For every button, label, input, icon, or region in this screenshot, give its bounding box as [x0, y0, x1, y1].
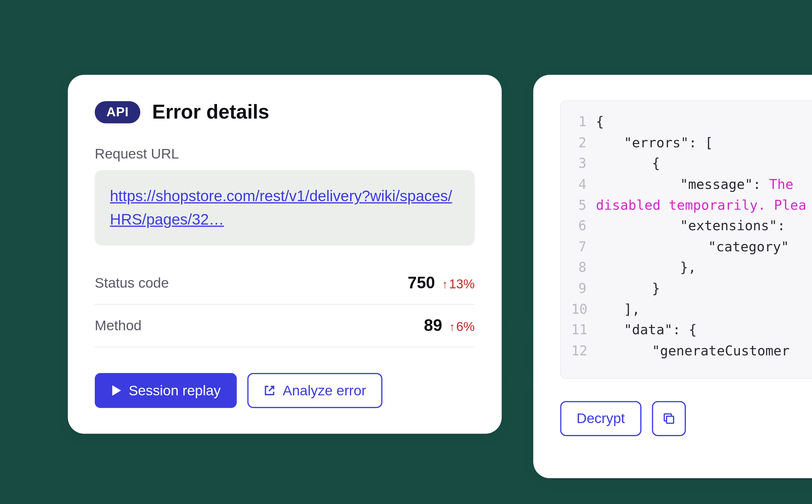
code-text: ],: [596, 299, 640, 320]
code-text: "extensions": [680, 218, 777, 234]
request-url-value[interactable]: https://shopstore.com/rest/v1/delivery?w…: [110, 187, 452, 228]
status-code-delta-value: 13%: [449, 276, 475, 291]
method-delta: ↑ 6%: [449, 319, 475, 334]
code-text: "data": [624, 322, 673, 338]
code-text: "generateCustomer: [652, 343, 790, 358]
code-text: "errors": [624, 135, 689, 150]
line-number: 3: [571, 153, 596, 174]
code-text: "message": [680, 176, 753, 192]
status-code-label: Status code: [95, 274, 169, 291]
code-text: {: [596, 153, 660, 174]
status-code-value: 750: [408, 273, 435, 292]
line-number: 11: [571, 320, 596, 341]
line-number: 5: [571, 195, 596, 216]
code-text: Plea: [766, 197, 806, 212]
line-number: 7: [571, 237, 596, 258]
card-title: Error details: [152, 100, 270, 123]
analyze-error-button[interactable]: Analyze error: [247, 373, 382, 408]
api-badge: API: [95, 101, 140, 123]
line-number: 12: [571, 341, 596, 362]
code-text: {: [596, 112, 604, 132]
code-text: The: [769, 176, 794, 192]
card-notch: [507, 314, 533, 340]
card-header: API Error details: [95, 100, 475, 123]
json-actions: Decrypt: [560, 401, 812, 436]
decrypt-button[interactable]: Decrypt: [560, 401, 641, 436]
request-url-label: Request URL: [95, 146, 475, 162]
arrow-up-icon: ↑: [442, 278, 448, 290]
analyze-error-label: Analyze error: [283, 382, 366, 399]
open-external-icon: [264, 384, 276, 396]
card-notch: [507, 368, 533, 394]
line-number: 2: [571, 132, 596, 153]
copy-icon: [662, 412, 675, 425]
status-code-row: Status code 750 ↑ 13%: [95, 262, 475, 304]
error-actions: Session replay Analyze error: [95, 373, 475, 408]
line-number: 1: [571, 112, 596, 132]
svg-rect-0: [666, 416, 673, 423]
code-text: : {: [673, 322, 697, 338]
status-code-delta: ↑ 13%: [442, 276, 475, 291]
line-number: 6: [571, 216, 596, 236]
code-text: :: [777, 218, 786, 234]
method-label: Method: [95, 317, 142, 334]
json-response-card: 1{ 2"errors": [ 3{ 4"message": The 5disa…: [533, 75, 812, 478]
copy-button[interactable]: [652, 401, 686, 436]
line-number: 9: [571, 278, 596, 299]
arrow-up-icon: ↑: [449, 321, 455, 332]
code-text: },: [596, 258, 696, 278]
line-number: 8: [571, 258, 596, 278]
method-row: Method 89 ↑ 6%: [95, 304, 475, 347]
line-number: 10: [571, 299, 596, 320]
session-replay-button[interactable]: Session replay: [95, 373, 237, 408]
decrypt-label: Decrypt: [576, 411, 625, 427]
request-url-box[interactable]: https://shopstore.com/rest/v1/delivery?w…: [95, 170, 475, 245]
line-number: 4: [571, 174, 596, 195]
method-value: 89: [424, 316, 442, 335]
code-text: : [: [689, 135, 713, 150]
code-text: }: [596, 278, 660, 299]
session-replay-label: Session replay: [129, 382, 221, 399]
method-delta-value: 6%: [456, 319, 475, 334]
code-text: "category": [708, 239, 789, 254]
code-text: disabled temporarily.: [596, 197, 766, 212]
code-text: :: [753, 176, 769, 192]
error-details-card: API Error details Request URL https://sh…: [68, 75, 501, 434]
json-code-block: 1{ 2"errors": [ 3{ 4"message": The 5disa…: [560, 100, 812, 379]
play-icon: [111, 384, 122, 396]
